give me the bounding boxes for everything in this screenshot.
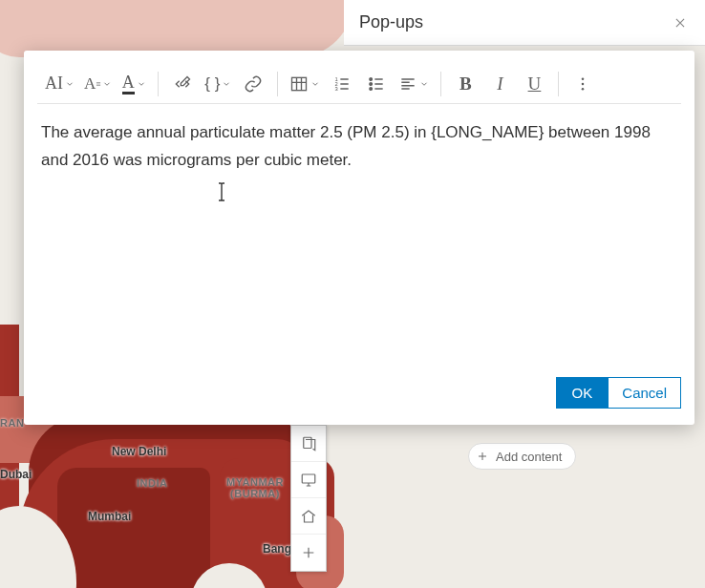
font-size-icon: AI <box>45 74 63 94</box>
italic-icon: I <box>497 74 502 94</box>
map-tool-screen[interactable] <box>291 462 326 498</box>
rich-text-editor[interactable]: The average annual particulate matter 2.… <box>37 104 681 368</box>
svg-point-7 <box>370 82 373 85</box>
svg-point-6 <box>370 77 373 80</box>
svg-rect-2 <box>292 77 307 90</box>
monitor-icon <box>300 472 317 489</box>
svg-point-10 <box>582 82 585 85</box>
font-family-icon: A≡ <box>84 74 100 94</box>
panel-close-button[interactable] <box>671 13 690 32</box>
plus-icon <box>301 545 316 560</box>
table-button[interactable] <box>286 68 324 100</box>
cancel-button[interactable]: Cancel <box>609 377 681 409</box>
table-icon <box>289 74 309 94</box>
svg-text:3: 3 <box>335 85 338 91</box>
chevron-down-icon <box>65 79 75 89</box>
chevron-down-icon <box>137 79 146 89</box>
map-tools <box>290 425 327 572</box>
map-tool-zoom-in[interactable] <box>291 535 326 571</box>
toolbar-separator <box>158 72 159 96</box>
plus-icon <box>477 451 488 462</box>
editor-toolbar: AI A≡ A { } <box>37 64 681 104</box>
font-size-button[interactable]: AI <box>41 68 78 100</box>
bold-icon: B <box>459 74 472 94</box>
italic-button[interactable]: I <box>483 68 516 100</box>
braces-icon: { } <box>204 74 220 94</box>
chevron-down-icon <box>102 79 112 89</box>
font-color-button[interactable]: A <box>118 68 150 100</box>
close-icon <box>673 16 687 30</box>
chevron-down-icon <box>222 79 231 89</box>
underline-icon: U <box>528 74 542 94</box>
add-content-label: Add content <box>496 450 562 464</box>
more-button[interactable] <box>566 68 599 100</box>
align-left-icon <box>398 74 417 94</box>
link-icon <box>244 74 263 94</box>
bookmark-stack-icon <box>300 435 317 452</box>
svg-point-8 <box>370 87 373 90</box>
link-button[interactable] <box>237 68 269 100</box>
source-edit-button[interactable] <box>166 68 199 100</box>
ordered-list-icon: 123 <box>332 74 352 94</box>
chevron-down-icon <box>310 79 320 89</box>
align-button[interactable] <box>395 68 433 100</box>
unordered-list-icon <box>367 74 386 94</box>
text-cursor-icon <box>215 182 228 201</box>
code-edit-icon <box>173 74 192 94</box>
map-tool-home[interactable] <box>291 498 326 535</box>
font-color-icon: A <box>122 74 135 94</box>
dynamic-content-button[interactable]: { } <box>201 68 235 100</box>
font-family-button[interactable]: A≡ <box>80 68 116 100</box>
chevron-down-icon <box>419 79 429 89</box>
editor-text: The average annual particulate matter 2.… <box>41 123 431 141</box>
svg-point-9 <box>582 77 585 80</box>
bullet-list-button[interactable] <box>360 68 393 100</box>
panel-header: Pop-ups <box>344 0 705 46</box>
toolbar-separator <box>277 72 278 96</box>
toolbar-separator <box>558 72 559 96</box>
svg-point-11 <box>582 87 585 90</box>
svg-rect-1 <box>302 474 315 483</box>
home-icon <box>300 508 317 525</box>
toolbar-separator <box>440 72 441 96</box>
dialog-footer: OK Cancel <box>24 371 694 425</box>
underline-button[interactable]: U <box>518 68 550 100</box>
bold-button[interactable]: B <box>449 68 481 100</box>
add-content-button[interactable]: Add content <box>468 443 576 470</box>
editor-field-token: {LONG_NAME} <box>431 123 544 141</box>
text-editor-dialog: AI A≡ A { } <box>24 51 694 425</box>
more-vertical-icon <box>574 75 591 93</box>
ok-button[interactable]: OK <box>556 377 609 409</box>
map-tool-bookmark[interactable] <box>291 426 326 462</box>
panel-title: Pop-ups <box>359 12 423 32</box>
numbered-list-button[interactable]: 123 <box>326 68 358 100</box>
